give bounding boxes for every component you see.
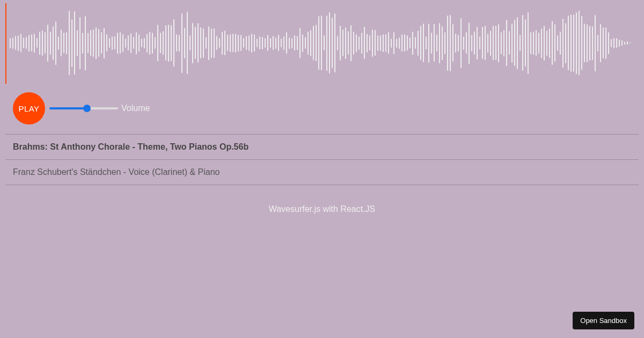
playback-cursor (5, 3, 6, 84)
play-button[interactable]: PLAY (13, 92, 45, 124)
waveform[interactable] (10, 0, 634, 86)
controls-bar: PLAY Volume (0, 86, 644, 134)
track-list: Brahms: St Anthony Chorale - Theme, Two … (0, 134, 644, 185)
volume-control: Volume (49, 104, 150, 113)
track-item[interactable]: Franz Schubert's Ständchen - Voice (Clar… (5, 159, 639, 185)
track-item[interactable]: Brahms: St Anthony Chorale - Theme, Two … (5, 134, 639, 159)
footer-text: Wavesurfer.js with React.JS (0, 204, 644, 214)
volume-label: Volume (121, 104, 150, 113)
waveform-area[interactable] (0, 0, 644, 86)
volume-slider[interactable] (49, 107, 118, 109)
open-sandbox-button[interactable]: Open Sandbox (573, 312, 634, 329)
